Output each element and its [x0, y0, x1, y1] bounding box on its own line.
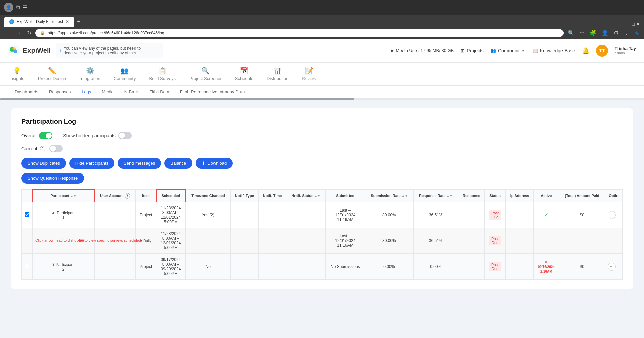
current-info-icon[interactable]: ? [40, 146, 45, 151]
menu-icon[interactable]: ⋮ [623, 28, 631, 37]
row2-expand-label[interactable]: ▾ Daily [140, 239, 152, 243]
lock-icon: 🔒 [40, 31, 45, 35]
maximize-button[interactable]: □ [632, 21, 635, 27]
review-icon: 📝 [305, 67, 313, 75]
table-wrap: Participant ▲▼ User Account ? Item Sched… [21, 189, 623, 280]
tab-community[interactable]: 👥 Community [112, 63, 137, 86]
current-toggle[interactable] [49, 145, 63, 152]
tab-close-button[interactable]: ✕ [66, 19, 69, 24]
sub-tab-media[interactable]: Media [100, 86, 115, 98]
schedule-icon: 📅 [240, 67, 248, 75]
tab-review[interactable]: 📝 Review [301, 63, 318, 86]
notifications-bell[interactable]: 🔔 [582, 47, 589, 54]
active-tab[interactable]: ExpiWell - Daily Fitbit Test ✕ [4, 17, 74, 27]
forward-button[interactable]: → [15, 29, 23, 37]
row1-active: ✓ [534, 202, 559, 228]
send-messages-button[interactable]: Send messages [118, 158, 161, 169]
sort-arrows-response-rate: ▲▼ [447, 194, 453, 198]
insights-label: Insights [9, 76, 24, 81]
show-duplicates-button[interactable]: Show Duplicates [21, 158, 66, 169]
row2-submission-rate: 80.00% [365, 228, 413, 254]
minimize-button[interactable]: − [628, 21, 630, 27]
row3-checkbox[interactable] [25, 264, 29, 268]
tab-insights[interactable]: 💡 Insights [8, 63, 26, 86]
notice-text: You can view any of the pages, but need … [64, 46, 159, 55]
browser-tabs-icon[interactable]: ⧉ [16, 4, 20, 10]
new-tab-button[interactable]: + [74, 17, 84, 27]
project-screener-label: Project Screener [189, 76, 222, 81]
settings-icon[interactable]: ⚙ [612, 28, 620, 37]
overall-toggle[interactable] [39, 132, 52, 139]
sub-tab-dashboards[interactable]: Dashboards [13, 86, 40, 98]
participation-table: Participant ▲▼ User Account ? Item Sched… [21, 189, 623, 280]
communities-nav[interactable]: 👥 Communities [490, 48, 526, 53]
row3-response-rate: 0.00% [414, 254, 458, 280]
logo[interactable]: ExpiWell [8, 45, 51, 57]
search-icon[interactable]: 🔍 [566, 28, 576, 37]
sub-tab-fitbit-retrospective[interactable]: Fitbit Retrospective Intraday Data [179, 86, 246, 98]
browser-tab-bar: ExpiWell - Daily Fitbit Test ✕ + − □ ✕ [0, 15, 644, 27]
browser-profile-icon[interactable]: 👤 [4, 3, 13, 12]
schedule-label: Schedule [235, 76, 253, 81]
sub-tab-fitbit-data[interactable]: Fitbit Data [148, 86, 170, 98]
play-icon: ▶ [391, 48, 394, 53]
row3-scheduled: 09/17/20248:00AM –09/20/20245:00PM [156, 254, 186, 280]
sub-tab-responses[interactable]: Responses [48, 86, 72, 98]
row3-participant-name: Participant2 [56, 262, 75, 272]
row2-notif-type [230, 228, 258, 254]
knowledge-base-nav[interactable]: 📖 Knowledge Base [532, 48, 575, 53]
row2-active [534, 228, 559, 254]
edge-icon[interactable]: ◈ [633, 28, 640, 37]
back-button[interactable]: ← [4, 29, 12, 37]
row1-checkbox-cell [22, 202, 33, 228]
tab-distribution[interactable]: 📊 Distribution [265, 63, 290, 86]
bookmark-star-icon[interactable]: ☆ [578, 28, 586, 37]
tab-project-screener[interactable]: 🔍 Project Screener [188, 63, 223, 86]
row3-options[interactable]: ⋯ [605, 254, 622, 280]
profile-icon[interactable]: 👤 [600, 28, 610, 37]
url-text: https://app.expiwell.com/project/66c5460… [48, 31, 164, 35]
reload-button[interactable]: ↻ [25, 28, 33, 37]
projects-nav[interactable]: ⊞ Projects [461, 48, 484, 53]
th-ip-address: Ip Address [505, 189, 533, 202]
sub-tab-logs[interactable]: Logs [80, 86, 92, 98]
row3-status-badge: PastDue [489, 262, 501, 271]
extension-icon[interactable]: 🧩 [588, 28, 598, 37]
logo-text: ExpiWell [23, 47, 51, 54]
table-row: ▾ Participant2 Project 09/17/20248:00AM … [22, 254, 623, 280]
overall-label: Overall [21, 133, 36, 138]
community-icon: 👥 [120, 67, 129, 75]
tab-schedule[interactable]: 📅 Schedule [234, 63, 255, 86]
row3-user-account [95, 254, 136, 280]
user-account-info-icon[interactable]: ? [125, 193, 130, 199]
project-screener-icon: 🔍 [201, 67, 210, 75]
row1-checkbox[interactable] [25, 212, 29, 217]
th-user-account: User Account ? [95, 189, 136, 202]
row1-options[interactable]: ⋯ [605, 202, 622, 228]
row2-response-rate: 36.51% [414, 228, 458, 254]
hide-participants-button[interactable]: Hide Participants [69, 158, 114, 169]
header-actions: ▶ Media Use : 17.95 MB/ 30 GB ⊞ Projects… [391, 45, 636, 57]
download-button[interactable]: ⬇ Download [196, 158, 233, 169]
row3-status: PastDue [485, 254, 505, 280]
row3-options-button[interactable]: ⋯ [608, 263, 616, 271]
favicon [9, 19, 14, 24]
show-hidden-toggle[interactable] [118, 132, 132, 139]
row3-ip [505, 254, 533, 280]
browser-window-icon[interactable]: ☰ [22, 4, 27, 11]
row1-options-button[interactable]: ⋯ [608, 211, 616, 219]
overall-toggle-knob [46, 133, 52, 139]
tab-integration[interactable]: ⚙️ Integration [78, 63, 101, 86]
tab-project-design[interactable]: ✏️ Project Design [37, 63, 68, 86]
row1-expand-button[interactable]: ▲ [51, 210, 56, 215]
th-participant[interactable]: Participant ▲▼ [33, 189, 95, 202]
row1-timezone: Yes (2) [185, 202, 230, 228]
tab-build-surveys[interactable]: 📋 Build Surveys [148, 63, 177, 86]
show-question-response-button[interactable]: Show Question Response [21, 173, 84, 184]
sub-tab-nback[interactable]: N-Back [123, 86, 140, 98]
row3-expand-button[interactable]: ▾ [52, 262, 55, 267]
close-button[interactable]: ✕ [636, 21, 640, 27]
balance-button[interactable]: Balance [164, 158, 192, 169]
row3-checkbox-cell [22, 254, 33, 280]
address-bar[interactable]: 🔒 https://app.expiwell.com/project/66c54… [35, 29, 564, 37]
